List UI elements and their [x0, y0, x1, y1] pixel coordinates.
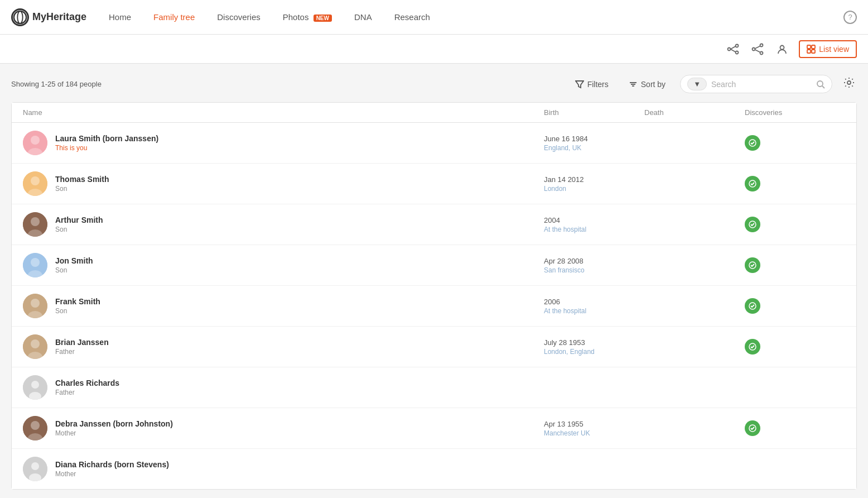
svg-rect-16	[812, 50, 815, 53]
discoveries-cell	[745, 420, 845, 436]
svg-point-0	[14, 11, 26, 23]
logo[interactable]: MyHeritage	[11, 8, 86, 26]
avatar	[23, 171, 47, 196]
person-name: Frank Smith	[55, 297, 100, 306]
showing-text: Showing 1-25 of 184 people	[11, 80, 570, 88]
birth-date: Jan 14 2012	[544, 175, 644, 184]
table-row[interactable]: Diana Richards (born Stevens) Mother	[12, 449, 856, 489]
search-wrap: ▼	[680, 75, 832, 93]
person-cell: Laura Smith (born Janssen) This is you	[23, 131, 544, 155]
pedigree-icon[interactable]	[725, 41, 741, 57]
person-relation: Son	[55, 226, 103, 233]
person-info: Jon Smith Son	[55, 256, 93, 274]
person-relation: Mother	[55, 429, 173, 437]
table-row[interactable]: Arthur Smith Son 2004 At the hospital	[12, 204, 856, 245]
nav-family-tree[interactable]: Family tree	[153, 12, 195, 22]
birth-cell: 2006 At the hospital	[544, 298, 644, 315]
birth-date: June 16 1984	[544, 135, 644, 143]
svg-point-37	[31, 258, 40, 267]
svg-point-41	[31, 299, 40, 308]
table-row[interactable]: Frank Smith Son 2006 At the hospital	[12, 286, 856, 327]
person-cell: Frank Smith Son	[23, 294, 544, 318]
discoveries-cell	[745, 257, 845, 273]
person-cell: Jon Smith Son	[23, 253, 544, 277]
table-row[interactable]: Thomas Smith Son Jan 14 2012 London	[12, 164, 856, 204]
nav-research[interactable]: Research	[394, 12, 430, 22]
person-info: Frank Smith Son	[55, 297, 100, 315]
table-row[interactable]: Laura Smith (born Janssen) This is you J…	[12, 123, 856, 164]
person-info: Brian Janssen Father	[55, 338, 109, 356]
filters-button[interactable]: Filters	[570, 76, 614, 92]
birth-cell: Jan 14 2012 London	[544, 175, 644, 193]
table-row[interactable]: Charles Richards Father	[12, 367, 856, 408]
person-info: Debra Janssen (born Johnston) Mother	[55, 419, 173, 437]
birth-place: London, England	[544, 348, 644, 356]
discoveries-icon[interactable]	[745, 217, 760, 232]
avatar	[23, 375, 47, 400]
person-cell: Diana Richards (born Stevens) Mother	[23, 457, 544, 481]
search-input[interactable]	[711, 80, 812, 89]
person-cell: Debra Janssen (born Johnston) Mother	[23, 416, 544, 440]
person-info: Arthur Smith Son	[55, 216, 103, 233]
list-view-button[interactable]: List view	[799, 40, 857, 58]
birth-place: At the hospital	[544, 307, 644, 315]
sort-button[interactable]: Sort by	[623, 76, 671, 92]
nav-home[interactable]: Home	[109, 12, 131, 22]
discoveries-cell	[745, 135, 845, 151]
logo-circle	[11, 8, 29, 26]
birth-cell: 2004 At the hospital	[544, 216, 644, 233]
svg-point-3	[736, 44, 739, 47]
svg-rect-13	[807, 45, 811, 49]
settings-button[interactable]	[841, 75, 857, 93]
person-name: Thomas Smith	[55, 175, 109, 184]
svg-line-22	[822, 86, 824, 88]
discoveries-icon[interactable]	[745, 176, 760, 191]
birth-date: 2004	[544, 216, 644, 224]
avatar-icon[interactable]	[774, 41, 790, 57]
help-icon[interactable]: ?	[843, 11, 857, 24]
discoveries-icon[interactable]	[745, 298, 760, 314]
search-dropdown[interactable]: ▼	[687, 78, 707, 90]
svg-point-45	[31, 339, 40, 348]
person-you: This is you	[55, 144, 158, 152]
nav-photos[interactable]: Photos NEW	[283, 12, 332, 22]
person-cell: Thomas Smith Son	[23, 171, 544, 196]
col-name: Name	[23, 108, 544, 117]
birth-place: England, UK	[544, 144, 644, 152]
svg-point-33	[31, 217, 40, 226]
svg-point-2	[728, 47, 731, 50]
avatar	[23, 334, 47, 359]
discoveries-icon[interactable]	[745, 135, 760, 151]
avatar	[23, 212, 47, 237]
person-cell: Charles Richards Father	[23, 375, 544, 400]
person-name: Jon Smith	[55, 256, 93, 265]
person-info: Thomas Smith Son	[55, 175, 109, 193]
avatar	[23, 253, 47, 277]
person-info: Laura Smith (born Janssen) This is you	[55, 134, 158, 152]
share-icon[interactable]	[750, 41, 765, 57]
nav-discoveries[interactable]: Discoveries	[217, 12, 261, 22]
table-row[interactable]: Jon Smith Son Apr 28 2008 San fransisco	[12, 245, 856, 286]
col-birth: Birth	[544, 108, 644, 117]
avatar	[23, 457, 47, 481]
svg-point-1	[17, 11, 22, 23]
discoveries-icon[interactable]	[745, 339, 760, 355]
discoveries-icon[interactable]	[745, 257, 760, 273]
person-name: Brian Janssen	[55, 338, 109, 347]
avatar	[23, 416, 47, 440]
discoveries-icon[interactable]	[745, 420, 760, 436]
birth-place: Manchester UK	[544, 429, 644, 437]
table-row[interactable]: Debra Janssen (born Johnston) Mother Apr…	[12, 408, 856, 449]
svg-point-49	[31, 381, 39, 389]
table-header: Name Birth Death Discoveries	[12, 103, 856, 123]
nav-right: ?	[843, 11, 857, 24]
people-table: Name Birth Death Discoveries Laura Smith…	[11, 102, 857, 490]
svg-point-8	[760, 44, 763, 46]
svg-rect-14	[812, 45, 815, 49]
birth-cell: Apr 28 2008 San fransisco	[544, 257, 644, 274]
svg-point-25	[31, 136, 40, 145]
svg-point-21	[817, 81, 823, 87]
table-row[interactable]: Brian Janssen Father July 28 1953 London…	[12, 327, 856, 367]
person-name: Debra Janssen (born Johnston)	[55, 419, 173, 428]
nav-dna[interactable]: DNA	[354, 12, 372, 22]
